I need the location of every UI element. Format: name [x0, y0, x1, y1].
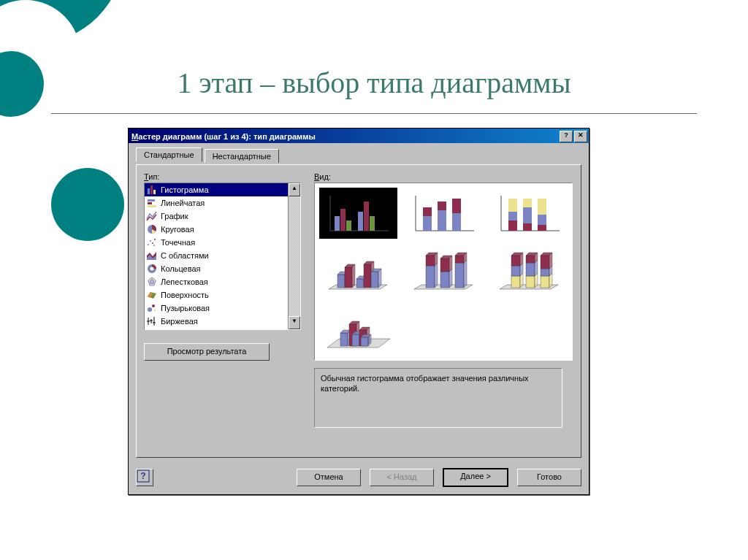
view-item-3[interactable] [489, 188, 568, 239]
type-item-label: С областями [161, 251, 209, 260]
slide-decor-dot-2 [51, 168, 124, 241]
stock-icon [146, 315, 158, 327]
chart-type-listbox[interactable]: ГистограммаЛинейчатаяГрафикКруговаяТочеч… [144, 183, 301, 330]
close-button[interactable]: ✕ [574, 131, 587, 142]
view-item-4[interactable] [319, 246, 397, 297]
svg-text:?: ? [140, 471, 145, 481]
slide-title-underline [51, 113, 697, 114]
svg-rect-77 [364, 264, 371, 288]
svg-point-15 [154, 239, 156, 240]
scroll-up-button[interactable]: ▲ [289, 183, 300, 196]
cancel-button[interactable]: Отмена [297, 469, 361, 486]
svg-rect-42 [335, 216, 340, 231]
svg-rect-86 [426, 256, 435, 266]
view-item-2[interactable] [405, 188, 483, 239]
svg-rect-80 [371, 272, 378, 288]
view-item-5[interactable] [405, 246, 483, 297]
svg-rect-60 [508, 220, 517, 231]
view-item-7[interactable] [319, 304, 397, 356]
scroll-track[interactable] [289, 196, 300, 316]
svg-point-22 [150, 267, 154, 271]
pie-icon [146, 223, 158, 235]
view-item-1[interactable] [319, 188, 397, 239]
tab-standard[interactable]: Стандартные [136, 147, 202, 162]
svg-rect-114 [541, 276, 549, 288]
type-label: Тип: [144, 172, 301, 181]
svg-rect-43 [340, 209, 346, 231]
scatter-icon [146, 237, 158, 248]
surface-icon [146, 289, 158, 301]
type-item-bar[interactable]: Гистограмма [145, 183, 288, 196]
svg-rect-102 [511, 266, 520, 276]
dialog-footer: ? Отмена < Назад Далее > Готово [129, 465, 589, 494]
type-item-scatter[interactable]: Точечная [145, 236, 288, 249]
type-item-line[interactable]: График [145, 210, 288, 223]
type-item-label: Гистограмма [161, 185, 209, 194]
svg-point-14 [152, 242, 153, 244]
footer-help-button[interactable]: ? [136, 469, 153, 486]
tab-custom[interactable]: Нестандартные [205, 149, 279, 163]
finish-button[interactable]: Готово [517, 469, 581, 486]
svg-rect-109 [526, 263, 535, 276]
type-item-surface[interactable]: Поверхность [145, 288, 288, 302]
svg-rect-74 [356, 279, 364, 288]
svg-point-12 [148, 244, 149, 245]
stock-icon [146, 315, 158, 327]
line-icon [146, 210, 158, 222]
svg-rect-89 [440, 272, 449, 288]
type-item-bubble[interactable]: Пузырьковая [145, 302, 288, 315]
hbar-icon [146, 197, 158, 209]
radar-icon [146, 276, 158, 288]
surface-icon [146, 289, 158, 301]
svg-rect-66 [538, 225, 546, 231]
hbar-icon [146, 197, 158, 209]
type-item-area[interactable]: С областями [145, 249, 288, 262]
svg-rect-11 [146, 237, 158, 248]
type-item-label: Лепестковая [161, 277, 208, 286]
svg-rect-2 [150, 185, 153, 194]
svg-point-13 [150, 240, 151, 242]
type-scrollbar[interactable]: ▲ ▼ [288, 183, 300, 329]
svg-rect-52 [438, 210, 446, 231]
svg-rect-51 [423, 207, 432, 216]
bubble-icon [146, 302, 158, 314]
svg-rect-71 [345, 267, 352, 288]
dialog-titlebar: Мастер диаграмм (шаг 1 из 4): тип диагра… [129, 129, 589, 143]
type-item-hbar[interactable]: Линейчатая [145, 196, 288, 210]
scroll-down-button[interactable]: ▼ [289, 316, 300, 329]
svg-rect-94 [455, 263, 464, 288]
dialog-title: Мастер диаграмм (шаг 1 из 4): тип диагра… [131, 132, 558, 141]
svg-rect-63 [523, 223, 532, 231]
type-item-radar[interactable]: Лепестковая [145, 275, 288, 288]
svg-rect-128 [352, 334, 359, 346]
svg-marker-120 [549, 253, 552, 269]
type-item-label: Круговая [161, 225, 194, 234]
type-item-label: График [161, 212, 188, 220]
back-button: < Назад [370, 469, 434, 486]
svg-marker-85 [435, 263, 438, 288]
svg-marker-25 [150, 279, 154, 284]
title-help-button[interactable]: ? [560, 131, 573, 142]
type-item-stock[interactable]: Биржевая [145, 315, 288, 328]
svg-point-16 [153, 245, 155, 246]
svg-marker-95 [464, 260, 467, 288]
svg-rect-111 [526, 256, 535, 263]
scatter-icon [146, 237, 158, 248]
svg-rect-50 [423, 216, 432, 231]
svg-point-32 [154, 310, 156, 312]
view-item-6[interactable] [489, 246, 568, 297]
type-item-donut[interactable]: Кольцевая [145, 262, 288, 275]
svg-point-31 [152, 304, 155, 307]
type-item-label: Кольцевая [161, 264, 201, 273]
type-item-label: Точечная [161, 238, 195, 247]
area-icon [146, 250, 158, 261]
radar-icon [146, 276, 158, 288]
svg-marker-73 [352, 264, 355, 288]
preview-result-button[interactable]: Просмотр результата [144, 343, 270, 361]
svg-rect-91 [440, 258, 449, 272]
area-icon [146, 250, 158, 261]
svg-rect-7 [148, 205, 156, 207]
next-button[interactable]: Далее > [443, 468, 508, 487]
chart-wizard-dialog: Мастер диаграмм (шаг 1 из 4): тип диагра… [128, 128, 589, 495]
type-item-pie[interactable]: Круговая [145, 223, 288, 236]
